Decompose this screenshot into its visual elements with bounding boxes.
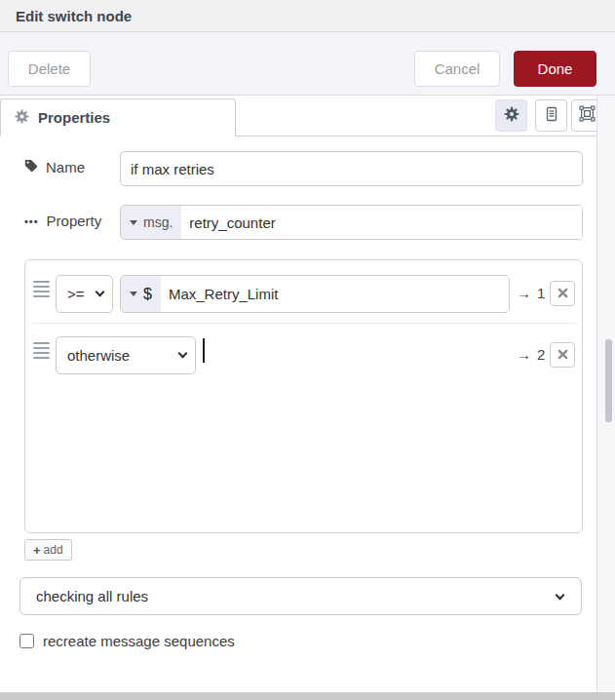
dialog-header: Edit switch node xyxy=(0,0,615,32)
property-label-text: Property xyxy=(47,213,102,229)
recreate-sequences-checkbox[interactable] xyxy=(19,634,34,648)
done-button[interactable]: Done xyxy=(514,51,596,87)
group-selection-icon xyxy=(579,105,596,126)
gear-icon xyxy=(504,106,519,126)
document-icon xyxy=(544,106,559,126)
rule-1-value-type-select[interactable]: $ xyxy=(121,276,161,312)
property-field-label: ••• Property xyxy=(24,213,101,229)
rule-1-output: → 1 xyxy=(517,285,545,301)
rule-1-value-input[interactable] xyxy=(161,276,509,312)
chevron-down-icon xyxy=(556,591,565,601)
chevron-down-icon xyxy=(178,349,188,359)
arrow-right-icon: → xyxy=(517,285,531,301)
caret-down-icon xyxy=(130,292,137,296)
text-cursor xyxy=(203,338,205,363)
dialog-bottom-edge xyxy=(0,692,615,700)
close-icon xyxy=(557,348,568,363)
dialog-title: Edit switch node xyxy=(16,8,132,24)
recreate-sequences-row: recreate message sequences xyxy=(19,633,235,649)
ellipsis-icon: ••• xyxy=(24,215,39,227)
rule-1-operator-value: >= xyxy=(67,286,85,302)
property-value-input[interactable] xyxy=(181,206,582,239)
property-type-select[interactable]: msg. xyxy=(121,206,181,239)
rule-1-drag-handle[interactable] xyxy=(33,281,50,297)
rule-2-operator-value: otherwise xyxy=(67,347,130,364)
rule-2-operator-select[interactable]: otherwise xyxy=(56,336,196,374)
tab-properties-label: Properties xyxy=(38,109,110,126)
rule-1-typed-input: $ xyxy=(120,275,510,313)
rule-1-remove-button[interactable] xyxy=(550,281,575,306)
rule-2-drag-handle[interactable] xyxy=(33,342,50,359)
rule-2-output-number: 2 xyxy=(537,346,545,363)
rule-mode-select[interactable]: checking all rules xyxy=(19,577,582,615)
cancel-button[interactable]: Cancel xyxy=(414,51,500,87)
name-input[interactable] xyxy=(120,151,583,186)
close-icon xyxy=(557,287,568,301)
scrollbar-thumb[interactable] xyxy=(605,339,612,422)
rule-divider xyxy=(32,323,576,324)
chevron-down-icon xyxy=(96,288,105,297)
add-rule-button[interactable]: + add xyxy=(24,539,72,561)
node-properties-button[interactable] xyxy=(495,99,527,132)
rule-1-value-type-label: $ xyxy=(143,286,152,303)
tab-properties[interactable]: Properties xyxy=(0,98,236,136)
name-field-label: Name xyxy=(24,159,85,175)
tag-icon xyxy=(24,159,38,175)
gear-icon xyxy=(15,109,29,127)
delete-button[interactable]: Delete xyxy=(8,51,91,87)
node-description-button[interactable] xyxy=(535,99,567,132)
plus-icon: + xyxy=(33,543,41,558)
property-type-label: msg. xyxy=(143,214,173,230)
arrow-right-icon: → xyxy=(517,346,531,363)
rule-1-operator-select[interactable]: >= xyxy=(56,275,113,313)
dialog-button-bar: Delete Cancel Done xyxy=(0,32,615,96)
rules-list: >= $ → 1 otherwise xyxy=(24,259,583,533)
recreate-sequences-label: recreate message sequences xyxy=(43,633,235,649)
caret-down-icon xyxy=(130,220,137,225)
name-label-text: Name xyxy=(46,159,85,175)
tab-bar: Properties xyxy=(0,96,615,136)
rule-mode-value: checking all rules xyxy=(36,588,148,604)
add-rule-label: add xyxy=(44,543,63,557)
rule-2-remove-button[interactable] xyxy=(550,342,575,368)
rule-2-output: → 2 xyxy=(517,346,545,363)
rule-1-output-number: 1 xyxy=(537,285,545,301)
property-typed-input: msg. xyxy=(120,205,583,240)
